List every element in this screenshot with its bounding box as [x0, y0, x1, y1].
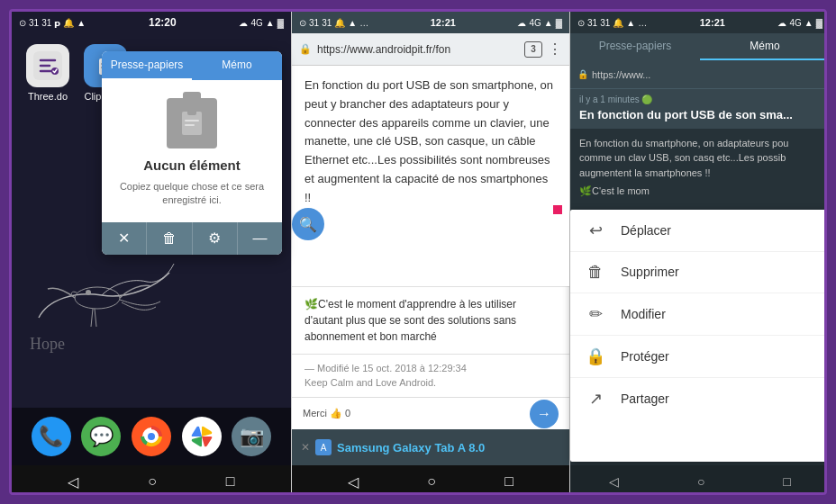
- modifier-label: Modifier: [621, 307, 666, 321]
- cloud-icon: ☁: [239, 18, 248, 28]
- browser-cloud-icon: ☁: [517, 18, 526, 28]
- article-meta: — Modifié le 15 oct. 2018 à 12:29:34 Kee…: [292, 354, 569, 397]
- photos-dock-icon[interactable]: [182, 417, 222, 456]
- status-left-icons-1: ⊙ 31 31 𝗽 🔔 ▲: [19, 18, 86, 28]
- forward-button[interactable]: →: [530, 400, 559, 428]
- s3-lock-icon: 🔒: [577, 69, 588, 79]
- browser-url-text[interactable]: https://www.androidpit.fr/fon: [317, 43, 519, 56]
- supprimer-icon: 🗑: [585, 263, 606, 282]
- messages-dock-icon[interactable]: 💬: [81, 417, 121, 456]
- menu-item-partager[interactable]: ↗ Partager: [570, 378, 827, 419]
- second-note-section: 🌿C'est le moment d'apprendre à les utili…: [292, 286, 569, 354]
- browser-status-left: ⊙ 31 31 🔔 ▲ …: [299, 18, 368, 28]
- s3-nav-bar: ◁ ○ □: [570, 465, 827, 495]
- s3-tab-clipboard[interactable]: Presse-papiers: [570, 33, 700, 60]
- warning-icon: ▲: [77, 18, 86, 28]
- browser-time: 12:21: [431, 17, 456, 28]
- recent-btn-1[interactable]: □: [226, 473, 235, 490]
- status-right-icons-1: ☁ 4G ▲ ▓: [239, 18, 284, 28]
- browser-tab-count[interactable]: 3: [524, 41, 542, 58]
- svg-rect-10: [185, 124, 195, 126]
- s3-status-right: ☁ 4G ▲ ▓: [777, 18, 822, 28]
- s3-recent-btn[interactable]: □: [783, 474, 790, 489]
- partager-icon: ↗: [585, 389, 606, 409]
- ad-icon: A: [315, 439, 332, 455]
- ad-close-x[interactable]: ✕: [301, 441, 310, 454]
- popup-body: Aucun élément Copiez quelque chose et ce…: [102, 80, 282, 222]
- screen2-browser: ⊙ 31 31 🔔 ▲ … 12:21 ☁ 4G ▲ ▓ 🔒 https://w…: [291, 12, 570, 495]
- popup-settings-btn[interactable]: ⚙: [193, 222, 238, 255]
- proteger-label: Protéger: [621, 349, 669, 364]
- chrome-dock-icon[interactable]: [132, 417, 171, 456]
- browser-sim-icon: ⊙: [299, 18, 306, 28]
- menu-item-proteger[interactable]: 🔒 Protéger: [570, 336, 827, 378]
- s3-url-bar: 🔒 https://www...: [570, 60, 827, 89]
- menu-item-deplacer[interactable]: ↩ Déplacer: [570, 210, 827, 252]
- browser-lock-icon: 🔒: [299, 43, 312, 55]
- pinterest-icon: 𝗽: [54, 18, 60, 28]
- time-1: 12:20: [149, 16, 177, 29]
- popup-actions: ✕ 🗑 ⚙ —: [102, 222, 282, 255]
- browser-url-bar: 🔒 https://www.androidpit.fr/fon 3 ⋮: [292, 33, 569, 66]
- screen3-memo: ⊙ 31 31 🔔 ▲ … 12:21 ☁ 4G ▲ ▓ Presse-papi…: [570, 12, 827, 495]
- s3-tabs: Presse-papiers Mémo: [570, 33, 827, 60]
- popup-empty-desc: Copiez quelque chose et ce sera enregist…: [113, 180, 271, 208]
- screen1-android-home: ⊙ 31 31 𝗽 🔔 ▲ 12:20 ☁ 4G ▲ ▓: [12, 12, 291, 495]
- svg-point-12: [86, 290, 91, 295]
- deplacer-icon: ↩: [585, 220, 606, 240]
- s3-bell-icon: 🔔: [613, 18, 623, 28]
- camera-dock-icon[interactable]: 📷: [232, 417, 271, 456]
- svg-text:Hope: Hope: [30, 335, 65, 353]
- svg-rect-9: [185, 120, 199, 122]
- three-do-label: Three.do: [28, 91, 68, 102]
- popup-close-btn[interactable]: ✕: [102, 222, 147, 255]
- battery-icon: ▓: [277, 18, 284, 28]
- browser-warning-icon: ▲: [348, 18, 357, 28]
- browser-bell-icon: 🔔: [334, 18, 345, 28]
- screens-container: ⊙ 31 31 𝗽 🔔 ▲ 12:20 ☁ 4G ▲ ▓: [9, 9, 827, 495]
- browser-menu-icon[interactable]: ⋮: [548, 40, 562, 58]
- modifier-icon: ✏: [585, 304, 606, 324]
- clipboard-empty-icon: [167, 98, 217, 148]
- popup-minimize-btn[interactable]: —: [238, 222, 282, 255]
- svg-point-15: [148, 433, 155, 440]
- popup-empty-title: Aucun élément: [143, 158, 241, 173]
- s3-status-left: ⊙ 31 31 🔔 ▲ …: [577, 18, 647, 28]
- pink-dot: [553, 205, 562, 214]
- back-btn-2[interactable]: ◁: [348, 473, 359, 490]
- popup-tab-clipboard[interactable]: Presse-papiers: [102, 51, 192, 80]
- s3-note-header: il y a 1 minutes 🟢 En fonction du port U…: [570, 89, 827, 129]
- menu-item-modifier[interactable]: ✏ Modifier: [570, 293, 827, 336]
- clipboard-popup: Presse-papiers Mémo Aucun élément: [102, 51, 282, 255]
- s3-back-btn[interactable]: ◁: [609, 474, 619, 489]
- s3-tab-memo[interactable]: Mémo: [700, 33, 827, 60]
- phone-dock-icon[interactable]: 📞: [32, 417, 71, 456]
- recent-btn-2[interactable]: □: [504, 473, 513, 490]
- s3-time: 12:21: [700, 17, 725, 28]
- browser-4g-icon: 4G: [529, 18, 541, 28]
- browser-status-bar: ⊙ 31 31 🔔 ▲ … 12:21 ☁ 4G ▲ ▓: [292, 12, 569, 33]
- nav-bar-2: ◁ ○ □: [292, 465, 569, 495]
- popup-tab-memo[interactable]: Mémo: [192, 51, 282, 80]
- search-bubble[interactable]: 🔍: [292, 208, 324, 240]
- menu-item-supprimer[interactable]: 🗑 Supprimer: [570, 252, 827, 293]
- svg-rect-8: [187, 110, 196, 115]
- home-btn-1[interactable]: ○: [148, 473, 157, 490]
- article-modified: — Modifié le 15 oct. 2018 à 12:29:34: [304, 362, 557, 375]
- browser-bottom-bar: Merci 👍 0 →: [292, 397, 569, 429]
- s3-note-title: En fonction du port USB de son sma...: [579, 108, 821, 123]
- back-btn-1[interactable]: ◁: [68, 473, 78, 490]
- ad-text[interactable]: Samsung Galaxy Tab A 8.0: [337, 441, 485, 454]
- second-note-text: 🌿C'est le moment d'apprendre à les utili…: [304, 296, 557, 345]
- s3-home-btn[interactable]: ○: [697, 474, 704, 489]
- thanks-badge: Merci 👍 0: [303, 408, 350, 419]
- nav-bar-1: ◁ ○ □: [12, 465, 291, 495]
- s3-timestamp: il y a 1 minutes 🟢: [579, 94, 821, 104]
- sim-icon: ⊙: [19, 18, 26, 28]
- popup-delete-btn[interactable]: 🗑: [147, 222, 192, 255]
- deplacer-label: Déplacer: [621, 223, 671, 238]
- three-do-app[interactable]: Three.do: [26, 44, 69, 102]
- context-menu: ↩ Déplacer 🗑 Supprimer ✏ Modifier 🔒 Prot…: [570, 210, 827, 462]
- num31-icon: 31: [29, 18, 39, 28]
- home-btn-2[interactable]: ○: [427, 473, 436, 490]
